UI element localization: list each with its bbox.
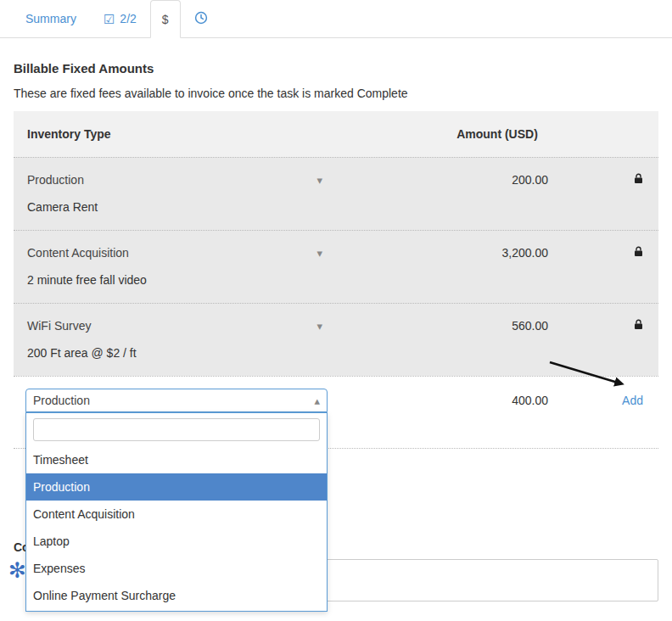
line-description: 200 Ft area @ $2 / ft [27, 346, 446, 360]
tab-summary-label: Summary [25, 12, 76, 25]
chevron-up-icon: ▴ [314, 395, 320, 406]
tab-billing[interactable]: $ [150, 0, 181, 38]
dropdown-option-list: Timesheet Production Content Acquisition… [26, 446, 327, 611]
amount-value: 400.00 [328, 389, 548, 412]
add-link[interactable]: Add [622, 389, 643, 412]
line-description: 2 minute free fall video [27, 273, 446, 287]
amount-value: 200.00 [446, 168, 548, 192]
inventory-type-value: Production [33, 394, 90, 407]
inventory-type-value: Production [27, 173, 84, 187]
chevron-down-icon: ▾ [316, 175, 322, 186]
lock-icon [634, 319, 643, 333]
inventory-type-dropdown: Timesheet Production Content Acquisition… [25, 412, 328, 612]
amount-value: 560.00 [446, 314, 548, 338]
app-root: Summary ☑ 2/2 $ Billable Fixed Amounts T… [0, 0, 672, 621]
lock-icon [634, 246, 643, 260]
dropdown-option[interactable]: Expenses [26, 555, 327, 582]
inventory-type-value: Content Acquisition [27, 246, 129, 260]
dropdown-option[interactable]: Laptop [26, 528, 327, 555]
col-header-spacer [548, 122, 658, 146]
line-description: Camera Rent [27, 200, 446, 214]
lock-icon [634, 173, 643, 187]
chevron-down-icon: ▾ [316, 321, 322, 332]
col-header-amount: Amount (USD) [446, 127, 548, 141]
col-header-inventory-type: Inventory Type [14, 127, 446, 141]
dropdown-option-highlighted[interactable]: Production [26, 473, 327, 501]
table-row: Production ▾ Camera Rent 200.00 [14, 157, 658, 230]
table-row: Content Acquisition ▾ 2 minute free fall… [14, 230, 658, 303]
tab-billing-label: $ [162, 13, 169, 26]
tab-time[interactable] [181, 0, 221, 37]
tab-checklist[interactable]: ☑ 2/2 [90, 0, 150, 37]
tab-checklist-label: 2/2 [120, 12, 136, 25]
tab-summary[interactable]: Summary [12, 0, 90, 37]
section-description: These are fixed fees available to invoic… [14, 87, 658, 100]
inventory-type-select[interactable]: WiFi Survey ▾ [27, 314, 322, 338]
new-row: Production ▴ 400.00 Add Timesheet Produc… [14, 376, 658, 449]
checkbox-icon: ☑ [104, 13, 115, 25]
dropdown-option[interactable]: Timesheet [26, 446, 327, 473]
inventory-type-select-open[interactable]: Production ▴ [25, 389, 328, 412]
amount-value: 3,200.00 [446, 241, 548, 265]
chevron-down-icon: ▾ [316, 248, 322, 259]
dropdown-option[interactable]: Content Acquisition [26, 501, 327, 528]
inventory-type-value: WiFi Survey [27, 319, 91, 333]
content-area: Billable Fixed Amounts These are fixed f… [0, 61, 672, 601]
dropdown-option[interactable]: Online Payment Surcharge [26, 582, 327, 609]
clock-icon [194, 11, 208, 27]
table-row: WiFi Survey ▾ 200 Ft area @ $2 / ft 560.… [14, 303, 658, 376]
table-header-row: Inventory Type Amount (USD) [14, 111, 658, 157]
tab-bar: Summary ☑ 2/2 $ [0, 0, 672, 38]
inventory-type-select[interactable]: Content Acquisition ▾ [27, 241, 322, 265]
inventory-type-select[interactable]: Production ▾ [27, 168, 322, 192]
section-title: Billable Fixed Amounts [14, 61, 658, 76]
dropdown-search-input[interactable] [33, 418, 320, 441]
billable-amounts-table: Inventory Type Amount (USD) Production ▾… [14, 111, 658, 449]
